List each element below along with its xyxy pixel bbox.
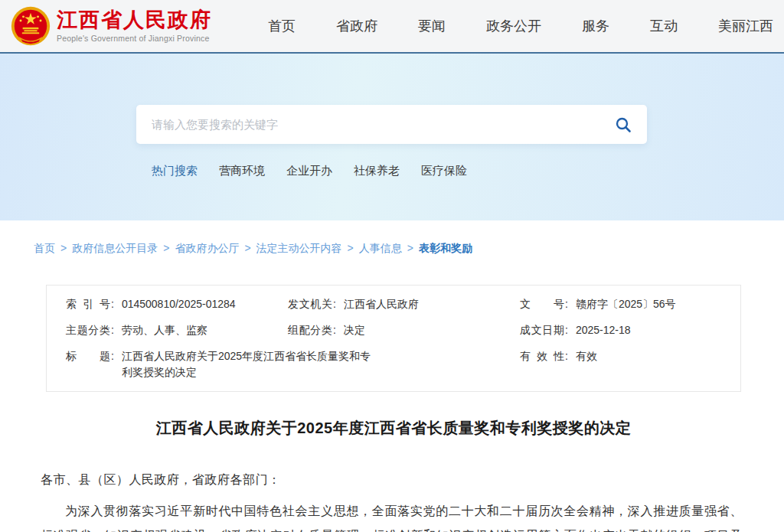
document-salutation: 各市、县（区）人民政府，省政府各部门： (41, 472, 753, 488)
meta-group-category: 组配分类:决定 (288, 322, 520, 338)
search-box (136, 105, 647, 144)
content-card: 首页>政府信息公开目录>省政府办公厅>法定主动公开内容>人事信息>表彰和奖励 索… (8, 220, 776, 532)
hot-search-label: 热门搜索 (152, 164, 198, 178)
breadcrumb-gov-info-directory[interactable]: 政府信息公开目录 (72, 242, 158, 254)
meta-subject-category: 主题分类:劳动、人事、监察 (66, 322, 288, 338)
breadcrumb-personnel-info[interactable]: 人事信息 (359, 242, 402, 254)
search-button[interactable] (612, 113, 635, 136)
nav-item-interaction[interactable]: 互动 (650, 17, 678, 35)
breadcrumb: 首页>政府信息公开目录>省政府办公厅>法定主动公开内容>人事信息>表彰和奖励 (34, 242, 753, 256)
nav-item-home[interactable]: 首页 (268, 17, 296, 35)
search-input[interactable] (152, 118, 612, 131)
national-emblem-icon (11, 6, 51, 46)
nav-item-services[interactable]: 服务 (582, 17, 609, 35)
site-title: 江西省人民政府 (57, 9, 212, 32)
document-paragraph: 为深入贯彻落实习近平新时代中国特色社会主义思想，全面落实党的二十大和二十届历次全… (41, 499, 743, 532)
breadcrumb-separator: > (163, 242, 169, 254)
breadcrumb-separator: > (348, 242, 354, 254)
meta-validity: 有效性:有效 (520, 348, 733, 380)
breadcrumb-current-awards: 表彰和奖励 (419, 242, 472, 254)
document-meta-table: 索引号:014500810/2025-01284 发文机关:江西省人民政府 文号… (46, 285, 741, 392)
search-hero: 热门搜索 营商环境 企业开办 社保养老 医疗保险 (0, 54, 784, 220)
breadcrumb-general-office[interactable]: 省政府办公厅 (175, 242, 239, 254)
hot-search-item-social-security[interactable]: 社保养老 (354, 164, 400, 178)
document-title: 江西省人民政府关于2025年度江西省省长质量奖和专利奖授奖的决定 (34, 418, 753, 439)
breadcrumb-separator: > (60, 242, 67, 254)
hot-search-item-company-setup[interactable]: 企业开办 (286, 164, 332, 178)
site-subtitle: People's Government of Jiangxi Province (57, 34, 212, 43)
meta-issue-date: 成文日期:2025-12-18 (520, 322, 733, 338)
hot-search-row: 热门搜索 营商环境 企业开办 社保养老 医疗保险 (152, 164, 784, 178)
breadcrumb-separator: > (407, 242, 413, 254)
breadcrumb-home[interactable]: 首页 (34, 242, 55, 254)
nav-item-news[interactable]: 要闻 (418, 17, 446, 35)
nav-item-beautiful-jiangxi[interactable]: 美丽江西 (718, 17, 773, 35)
site-header: 江西省人民政府 People's Government of Jiangxi P… (0, 0, 784, 52)
main-nav: 首页 省政府 要闻 政务公开 服务 互动 美丽江西 (268, 17, 773, 35)
breadcrumb-statutory-disclosure[interactable]: 法定主动公开内容 (256, 242, 342, 254)
hot-search-item-medical-insurance[interactable]: 医疗保险 (421, 164, 467, 178)
meta-title: 标题:江西省人民政府关于2025年度江西省省长质量奖和专利奖授奖的决定 (66, 348, 520, 380)
meta-issuing-agency: 发文机关:江西省人民政府 (288, 296, 520, 312)
meta-document-number: 文号:赣府字〔2025〕56号 (520, 296, 733, 312)
meta-index-number: 索引号:014500810/2025-01284 (66, 296, 288, 312)
nav-item-provincial-gov[interactable]: 省政府 (336, 17, 377, 35)
hot-search-item-business-env[interactable]: 营商环境 (219, 164, 265, 178)
site-logo[interactable]: 江西省人民政府 People's Government of Jiangxi P… (11, 6, 212, 46)
nav-item-gov-affairs[interactable]: 政务公开 (486, 17, 541, 35)
breadcrumb-separator: > (244, 242, 250, 254)
search-icon (615, 116, 632, 133)
